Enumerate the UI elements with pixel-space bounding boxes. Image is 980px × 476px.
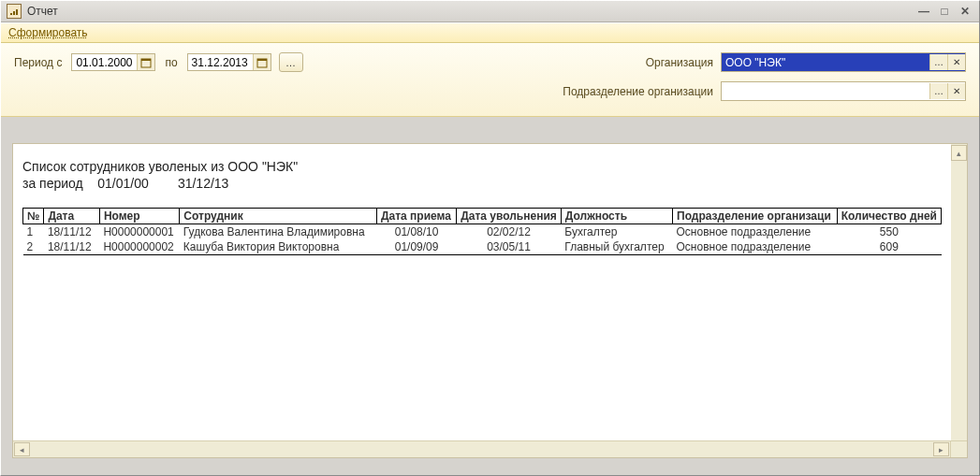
titlebar: Отчет — □ ✕: [1, 1, 979, 22]
scroll-up-icon[interactable]: ▴: [951, 145, 967, 161]
scroll-track[interactable]: [31, 441, 932, 457]
cell-emp: Гудкова Валентина Владимировна: [180, 224, 377, 240]
col-hire: Дата приема: [376, 209, 456, 224]
cell-hire: 01/08/10: [376, 224, 456, 240]
scroll-right-icon[interactable]: ▸: [933, 442, 949, 456]
toolbar: Сформировать: [1, 22, 979, 43]
dept-lookup[interactable]: … ✕: [721, 81, 966, 101]
window-title: Отчет: [27, 5, 915, 18]
cell-pos: Бухгалтер: [561, 224, 672, 240]
cell-days: 609: [837, 239, 941, 255]
report-table: № Дата Номер Сотрудник Дата приема Дата …: [22, 208, 942, 255]
cell-date: 18/11/12: [44, 239, 100, 255]
col-no: №: [23, 209, 44, 224]
maximize-button[interactable]: □: [936, 4, 953, 19]
cell-fire: 02/02/12: [457, 224, 562, 240]
table-row: 1 18/11/12 Н0000000001 Гудкова Валентина…: [23, 224, 942, 240]
period-select-button[interactable]: …: [279, 52, 303, 72]
cell-dept: Основное подразделение: [673, 239, 838, 255]
lookup-clear-button[interactable]: ✕: [947, 83, 965, 99]
cell-num: Н0000000002: [99, 239, 179, 255]
cell-num: Н0000000001: [99, 224, 179, 240]
dept-field[interactable]: [722, 83, 929, 99]
report-title: Список сотрудников уволеных из ООО "НЭК": [22, 159, 942, 174]
vertical-scrollbar[interactable]: ▴: [951, 144, 967, 441]
report-icon: [7, 4, 22, 19]
svg-rect-0: [10, 13, 12, 15]
report-subtitle: за период 01/01/00 31/12/13: [22, 176, 942, 191]
calendar-icon[interactable]: [253, 54, 271, 70]
date-to-field[interactable]: [188, 54, 253, 70]
date-from-input[interactable]: [71, 53, 155, 71]
report-sub-label: за период: [22, 176, 83, 191]
lookup-clear-button[interactable]: ✕: [947, 54, 965, 70]
col-num: Номер: [99, 209, 179, 224]
org-label: Организация: [646, 56, 713, 69]
report-sub-from: 01/01/00: [97, 176, 149, 191]
period-to-label: по: [165, 56, 177, 69]
date-to-input[interactable]: [187, 53, 271, 71]
table-row: 2 18/11/12 Н0000000002 Кашуба Виктория В…: [23, 239, 942, 255]
date-from-field[interactable]: [72, 54, 137, 70]
table-header-row: № Дата Номер Сотрудник Дата приема Дата …: [23, 209, 942, 224]
col-pos: Должность: [561, 209, 672, 224]
lookup-select-button[interactable]: …: [929, 54, 947, 70]
svg-rect-6: [257, 59, 267, 61]
cell-dept: Основное подразделение: [673, 224, 838, 240]
col-date: Дата: [44, 209, 100, 224]
generate-link[interactable]: Сформировать: [8, 26, 88, 39]
cell-date: 18/11/12: [44, 224, 100, 240]
scroll-left-icon[interactable]: ◂: [14, 442, 30, 456]
calendar-icon[interactable]: [137, 54, 154, 70]
col-days: Количество дней: [837, 209, 941, 224]
scroll-corner: [950, 441, 967, 457]
cell-pos: Главный бухгалтер: [561, 239, 672, 255]
svg-rect-4: [141, 59, 151, 61]
close-button[interactable]: ✕: [957, 4, 973, 19]
col-emp: Сотрудник: [180, 209, 377, 224]
cell-no: 2: [23, 239, 44, 255]
org-field[interactable]: [722, 54, 929, 70]
svg-rect-2: [16, 9, 18, 15]
cell-days: 550: [837, 224, 941, 240]
report-area: Список сотрудников уволеных из ООО "НЭК"…: [12, 143, 968, 458]
col-fire: Дата увольнения: [457, 209, 562, 224]
dept-label: Подразделение организации: [563, 85, 713, 98]
report-body: Список сотрудников уволеных из ООО "НЭК"…: [13, 144, 951, 441]
window: Отчет — □ ✕ Сформировать Период с по: [0, 0, 980, 476]
lookup-select-button[interactable]: …: [929, 83, 947, 99]
cell-fire: 03/05/11: [457, 239, 562, 255]
cell-emp: Кашуба Виктория Викторовна: [180, 239, 377, 255]
period-from-label: Период с: [14, 56, 62, 69]
report-sub-to: 31/12/13: [178, 176, 229, 191]
filter-panel: Период с по … Организация …: [1, 43, 979, 117]
cell-no: 1: [23, 224, 44, 240]
col-dept: Подразделение организаци: [673, 209, 838, 224]
org-lookup[interactable]: … ✕: [721, 52, 966, 72]
cell-hire: 01/09/09: [376, 239, 456, 255]
svg-rect-1: [13, 11, 15, 15]
minimize-button[interactable]: —: [915, 4, 932, 19]
horizontal-scrollbar[interactable]: ◂ ▸: [13, 440, 967, 457]
